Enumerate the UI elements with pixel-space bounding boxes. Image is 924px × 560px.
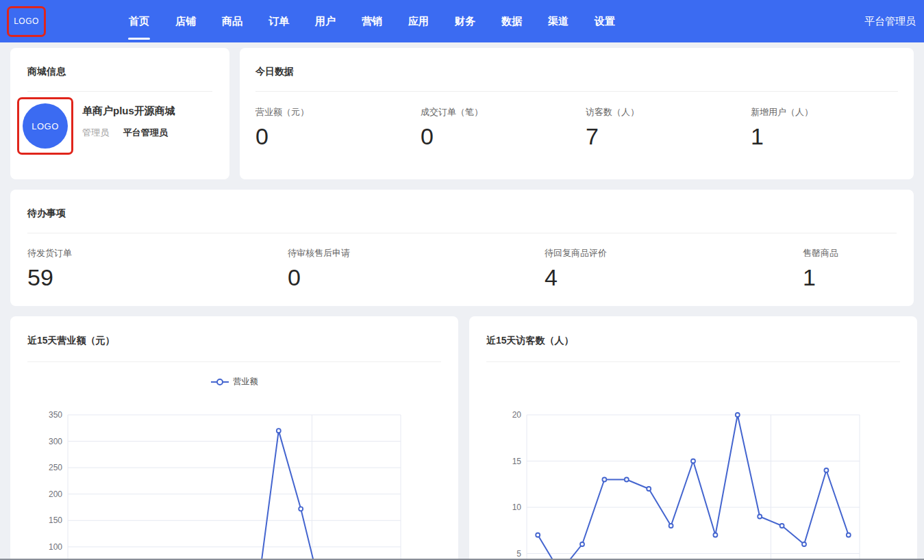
card-title-today-data: 今日数据: [240, 48, 914, 78]
svg-text:150: 150: [49, 516, 62, 525]
nav-tab-营销[interactable]: 营销: [361, 0, 383, 42]
stat-label: 访客数（人）: [586, 106, 751, 118]
role-value: 平台管理员: [123, 127, 168, 138]
top-nav-bar: LOGO 首页店铺商品订单用户营销应用财务数据渠道设置 平台管理员: [0, 0, 924, 42]
svg-text:350: 350: [49, 410, 62, 420]
stat-value: 0: [421, 125, 586, 148]
stat-label: 新增用户（人）: [751, 106, 914, 118]
admin-role-label[interactable]: 平台管理员: [864, 0, 916, 42]
svg-text:15: 15: [512, 457, 522, 466]
stat-label: 营业额（元）: [255, 106, 421, 118]
nav-tab-订单[interactable]: 订单: [268, 0, 290, 42]
card-title-mall-info: 商城信息: [10, 48, 229, 78]
nav-tab-应用[interactable]: 应用: [408, 0, 429, 42]
mall-logo-avatar[interactable]: LOGO: [23, 103, 68, 149]
today-stat-item: 成交订单（笔）0: [421, 106, 586, 148]
todo-stat-item: 待审核售后申请0: [288, 247, 545, 289]
nav-tab-财务[interactable]: 财务: [454, 0, 476, 42]
revenue-chart-card: 近15天营业额（元） 营业额 350300250200150100: [10, 316, 458, 560]
role-label: 管理员: [82, 127, 109, 138]
mall-name: 单商户plus开源商城: [82, 105, 175, 118]
stat-value: 0: [288, 266, 545, 289]
nav-tab-设置[interactable]: 设置: [594, 0, 616, 42]
svg-text:100: 100: [49, 542, 62, 552]
logo-text: LOGO: [14, 16, 39, 26]
today-stats-row: 营业额（元）0成交订单（笔）0访客数（人）7新增用户（人）1: [240, 92, 914, 148]
card-title-todo: 待办事项: [10, 190, 914, 220]
today-stat-item: 营业额（元）0: [255, 106, 421, 148]
stat-label: 待发货订单: [27, 247, 288, 259]
todo-stat-item: 待发货订单59: [27, 247, 288, 289]
todo-card: 待办事项 待发货订单59待审核售后申请0待回复商品评价4售罄商品1: [10, 190, 914, 306]
stat-value: 4: [545, 266, 803, 289]
mall-roles: 管理员 平台管理员: [82, 127, 175, 139]
todo-stats-row: 待发货订单59待审核售后申请0待回复商品评价4售罄商品1: [10, 233, 914, 289]
avatar-text: LOGO: [32, 121, 59, 131]
svg-text:5: 5: [516, 549, 521, 559]
stat-label: 售罄商品: [803, 247, 914, 259]
nav-tab-数据[interactable]: 数据: [501, 0, 523, 42]
main-nav: 首页店铺商品订单用户营销应用财务数据渠道设置: [116, 0, 628, 42]
stat-value: 7: [586, 125, 751, 148]
svg-text:250: 250: [49, 463, 62, 472]
stat-value: 0: [255, 125, 421, 148]
annotation-box: LOGO: [17, 97, 73, 155]
svg-text:20: 20: [512, 410, 522, 420]
stat-value: 1: [803, 266, 914, 289]
today-stat-item: 访客数（人）7: [586, 106, 751, 148]
nav-tab-渠道[interactable]: 渠道: [547, 0, 569, 42]
mall-info-card: 商城信息 LOGO 单商户plus开源商城 管理员 平台管理员: [10, 48, 229, 179]
stat-value: 59: [27, 266, 288, 289]
stat-label: 成交订单（笔）: [421, 106, 586, 118]
visitors-chart-card: 近15天访客数（人） 2015105: [469, 316, 917, 560]
stat-label: 待审核售后申请: [288, 247, 545, 259]
todo-stat-item: 待回复商品评价4: [545, 247, 803, 289]
logo[interactable]: LOGO: [7, 6, 46, 37]
nav-tab-店铺[interactable]: 店铺: [175, 0, 197, 42]
visitors-line-chart[interactable]: 2015105: [469, 316, 917, 560]
today-stat-item: 新增用户（人）1: [751, 106, 914, 148]
revenue-line-chart[interactable]: 350300250200150100: [10, 316, 458, 560]
stat-label: 待回复商品评价: [545, 247, 803, 259]
today-data-card: 今日数据 营业额（元）0成交订单（笔）0访客数（人）7新增用户（人）1: [240, 48, 914, 179]
nav-tab-首页[interactable]: 首页: [128, 0, 150, 42]
nav-tab-商品[interactable]: 商品: [221, 0, 243, 42]
stat-value: 1: [751, 125, 914, 148]
svg-text:200: 200: [49, 489, 62, 499]
svg-text:10: 10: [512, 502, 522, 512]
todo-stat-item: 售罄商品1: [803, 247, 914, 289]
svg-text:300: 300: [49, 437, 62, 446]
nav-tab-用户[interactable]: 用户: [314, 0, 336, 42]
